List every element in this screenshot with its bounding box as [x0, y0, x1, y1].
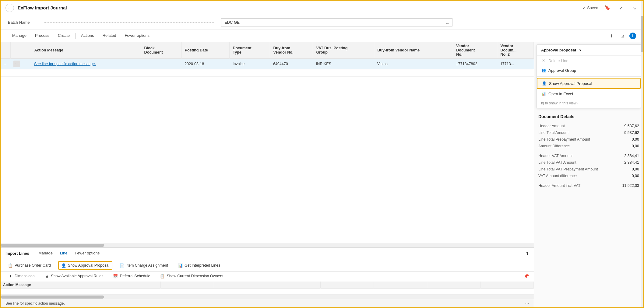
batch-more-icon[interactable]: ...: [446, 20, 449, 25]
import-col-8[interactable]: [480, 282, 533, 289]
import-lines-share-icon[interactable]: ⬆: [526, 251, 529, 256]
row-vat-bus-posting-group: INRIKES: [313, 59, 374, 69]
col-posting-date[interactable]: Posting Date: [181, 42, 230, 59]
expand-icon: ⤢: [619, 5, 623, 11]
import-tab-line[interactable]: Line: [57, 248, 71, 259]
dropdown-show-approval-proposal[interactable]: 👤 Show Approval Proposal: [537, 78, 641, 89]
doc-detail-spacer1: [538, 149, 639, 152]
share-icon-btn[interactable]: ⬆: [607, 32, 616, 40]
right-scrollbar-thumb[interactable]: [641, 42, 643, 52]
table-row: → ⋯ See line for specific action message…: [1, 59, 534, 69]
import-col-7[interactable]: [427, 282, 480, 289]
import-tab-manage[interactable]: Manage: [35, 248, 56, 259]
item-charge-assignment-button[interactable]: 📄 Item Charge Assignment: [117, 262, 171, 269]
pin-icon-area: 📌: [231, 274, 529, 278]
show-current-dimension-owners-button[interactable]: 📋 Show Current Dimension Owners: [157, 272, 226, 280]
import-col-5[interactable]: [320, 282, 374, 289]
deferral-schedule-icon: 📅: [113, 274, 118, 278]
no-content-msg: ig to show in this view): [541, 101, 578, 105]
import-table-hscroll[interactable]: [1, 295, 534, 299]
dimensions-icon: ✦: [8, 274, 13, 278]
delete-line-icon: ✖: [541, 58, 546, 63]
col-document-type[interactable]: DocumentType: [230, 42, 270, 59]
show-approval-proposal-button[interactable]: 👤 Show Approval Proposal: [58, 261, 112, 270]
action-message-link[interactable]: See line for specific action message.: [34, 62, 96, 66]
detail-header-vat-amount: Header VAT Amount 2 384,41: [538, 152, 639, 159]
tab-manage[interactable]: Manage: [8, 30, 31, 42]
dimensions-button[interactable]: ✦ Dimensions: [5, 272, 37, 280]
line-total-prepayment-value: 0,00: [615, 137, 639, 142]
deferral-schedule-button[interactable]: 📅 Deferral Schedule: [111, 272, 153, 280]
col-buy-from-vendor-name[interactable]: Buy-from Vendor Name: [374, 42, 453, 59]
dropdown-delete-line[interactable]: ✖ Delete Line: [537, 56, 641, 65]
main-table-area[interactable]: Action Message BlockDocument Posting Dat…: [1, 42, 534, 243]
status-message: See line for specific action message.: [5, 301, 65, 306]
import-subtable: Action Message: [1, 282, 534, 295]
delete-line-label: Delete Line: [548, 58, 568, 63]
import-table-area[interactable]: Action Message: [1, 282, 534, 295]
import-col-4[interactable]: [267, 282, 320, 289]
tab-related[interactable]: Related: [98, 30, 121, 42]
show-current-dimension-owners-icon: 📋: [160, 274, 165, 278]
tab-process[interactable]: Process: [31, 30, 54, 42]
detail-header-amount: Header Amount 9 537,62: [538, 123, 639, 129]
filter-icon-btn[interactable]: ⊿: [618, 32, 627, 40]
tab-fewer-options[interactable]: Fewer options: [120, 30, 154, 42]
dropdown-title: Approval proposal: [541, 48, 576, 52]
purchase-order-card-button[interactable]: 📋 Purchase Order Card: [5, 262, 53, 269]
pin-icon[interactable]: 📌: [524, 274, 529, 278]
header-vat-amount-value: 2 384,41: [615, 154, 639, 158]
col-vendor-doc-no2[interactable]: VendorDocum...No. 2: [497, 42, 534, 59]
line-total-vat-label: Line Total VAT Amount: [538, 160, 615, 165]
tab-create[interactable]: Create: [54, 30, 74, 42]
import-col-action-message[interactable]: Action Message: [1, 282, 160, 289]
bookmark-button[interactable]: 🔖: [603, 4, 612, 12]
batch-name-input[interactable]: EDC GE ...: [221, 18, 452, 26]
row-arrow: →: [1, 59, 10, 69]
expand-button[interactable]: ⤢: [617, 4, 625, 12]
import-col-6[interactable]: [374, 282, 427, 289]
dropdown-header[interactable]: Approval proposal ∨: [537, 45, 641, 56]
share-icon: ⬆: [610, 33, 614, 38]
line-total-vat-prepayment-value: 0,00: [615, 167, 639, 171]
main-table: Action Message BlockDocument Posting Dat…: [1, 42, 534, 77]
status-more-icon[interactable]: ⋯: [525, 301, 529, 306]
right-panel: Approval proposal ∨ ✖ Delete Line 👥 Appr…: [534, 42, 643, 307]
main-table-hscroll[interactable]: [1, 243, 534, 247]
back-button[interactable]: ←: [5, 4, 14, 12]
tab-process-label: Process: [35, 33, 49, 38]
dropdown-open-excel[interactable]: 📊 Open in Excel: [537, 89, 641, 99]
col-vendor-doc-no[interactable]: VendorDocumentNo.: [453, 42, 497, 59]
line-total-prepayment-label: Line Total Prepayment Amount: [538, 137, 615, 142]
row-action-message[interactable]: See line for specific action message.: [31, 59, 141, 69]
import-col-3[interactable]: [214, 282, 267, 289]
hscroll-thumb[interactable]: [1, 244, 104, 247]
col-block-document[interactable]: BlockDocument: [141, 42, 181, 59]
row-vendor-doc-no: 1771347802: [453, 59, 497, 69]
dropdown-approval-group[interactable]: 👥 Approval Group: [537, 65, 641, 75]
show-approval-proposal-right-label: Show Approval Proposal: [549, 81, 592, 86]
col-vat-bus-posting-group[interactable]: VAT Bus. PostingGroup: [313, 42, 374, 59]
purchase-order-card-icon: 📋: [8, 263, 13, 268]
import-tab-fewer[interactable]: Fewer options: [72, 248, 103, 259]
open-excel-label: Open in Excel: [548, 92, 573, 96]
row-dots-btn[interactable]: ⋯: [10, 59, 31, 69]
info-badge[interactable]: i: [629, 33, 636, 39]
import-col-2[interactable]: [160, 282, 214, 289]
document-details-section: Document Details Header Amount 9 537,62 …: [534, 110, 643, 193]
col-buy-from-vendor-no[interactable]: Buy-fromVendor No.: [270, 42, 313, 59]
show-available-approval-rules-icon: 🖥: [44, 274, 49, 278]
collapse-button[interactable]: ⤡: [630, 4, 639, 12]
bottom-scroll-thumb[interactable]: [1, 296, 104, 299]
batch-label: Batch Name: [8, 20, 38, 25]
batch-name-value: EDC GE: [224, 20, 240, 25]
detail-line-total-amount: Line Total Amount 9 537,62: [538, 129, 639, 136]
right-panel-scrollbar[interactable]: [641, 42, 643, 307]
get-interpreted-lines-button[interactable]: 📊 Get Interpreted Lines: [175, 262, 223, 269]
tab-actions-label: Actions: [81, 33, 94, 38]
tab-actions[interactable]: Actions: [77, 30, 98, 42]
row-options-button[interactable]: ⋯: [13, 61, 20, 67]
col-action-message[interactable]: Action Message: [31, 42, 141, 59]
item-charge-assignment-icon: 📄: [120, 263, 125, 268]
show-available-approval-rules-button[interactable]: 🖥 Show Available Approval Rules: [42, 272, 106, 280]
